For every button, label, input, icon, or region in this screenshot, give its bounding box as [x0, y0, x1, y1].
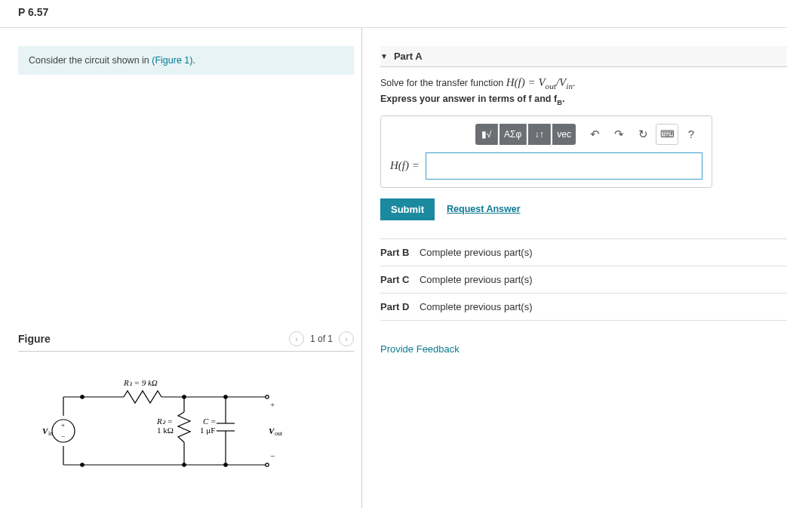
svg-text:−: − — [61, 432, 65, 440]
figure-nav: ‹ 1 of 1 › — [289, 331, 354, 346]
figure-counter: 1 of 1 — [310, 334, 333, 344]
answer-box: ▮√ ΑΣφ ↓↑ vec ↶ ↷ ↻ ⌨ ? H(f) = — [380, 115, 712, 188]
question-hint: Express your answer in terms of f and fB… — [380, 94, 787, 106]
svg-point-13 — [266, 463, 269, 466]
part-d-msg: Complete previous part(s) — [420, 301, 533, 312]
instructions-prefix: Consider the circuit shown in — [29, 55, 152, 66]
instructions-box: Consider the circuit shown in (Figure 1)… — [18, 46, 354, 75]
svg-text:1 μF: 1 μF — [200, 426, 215, 435]
svg-text:−: − — [270, 451, 275, 460]
figure-next-button[interactable]: › — [339, 331, 354, 346]
svg-text:+: + — [61, 421, 65, 429]
svg-text:in: in — [48, 430, 53, 437]
svg-point-6 — [81, 395, 84, 398]
keyboard-icon[interactable]: ⌨ — [656, 124, 678, 145]
undo-icon[interactable]: ↶ — [583, 124, 606, 145]
part-b-row: Part B Complete previous part(s) — [380, 238, 787, 266]
subscript-button[interactable]: ↓↑ — [528, 124, 551, 145]
svg-text:C =: C = — [203, 417, 217, 426]
question-text: Solve for the transfer function H(f) = V… — [380, 76, 787, 91]
circuit-diagram: R₁ = 9 kΩ R₂ = 1 kΩ C = 1 μF Vin Vout + … — [18, 374, 354, 490]
redo-icon[interactable]: ↷ — [607, 124, 630, 145]
part-a-header[interactable]: ▼ Part A — [380, 46, 787, 67]
part-d-label: Part D — [380, 301, 409, 312]
part-a-label: Part A — [394, 51, 423, 62]
answer-input[interactable] — [426, 152, 702, 180]
problem-id: P 6.57 — [0, 0, 787, 28]
answer-lhs: H(f) = — [390, 159, 420, 172]
svg-text:R₁ = 9 kΩ: R₁ = 9 kΩ — [123, 378, 158, 387]
left-column: Consider the circuit shown in (Figure 1)… — [0, 28, 362, 508]
part-b-label: Part B — [380, 247, 409, 258]
figure-link[interactable]: (Figure 1) — [152, 55, 192, 66]
figure-prev-button[interactable]: ‹ — [289, 331, 304, 346]
part-c-label: Part C — [380, 274, 409, 285]
templates-button[interactable]: ▮√ — [475, 124, 498, 145]
greek-button[interactable]: ΑΣφ — [500, 124, 527, 145]
help-icon[interactable]: ? — [680, 124, 702, 145]
part-c-msg: Complete previous part(s) — [420, 274, 533, 285]
svg-point-7 — [81, 463, 84, 466]
right-column: ▼ Part A Solve for the transfer function… — [362, 28, 787, 508]
submit-button[interactable]: Submit — [380, 198, 435, 220]
svg-text:1 kΩ: 1 kΩ — [157, 426, 174, 435]
instructions-suffix: . — [192, 55, 195, 66]
vec-button[interactable]: vec — [552, 124, 576, 145]
equation-toolbar: ▮√ ΑΣφ ↓↑ vec ↶ ↷ ↻ ⌨ ? — [390, 124, 702, 145]
part-c-row: Part C Complete previous part(s) — [380, 266, 787, 294]
collapse-icon: ▼ — [380, 52, 388, 60]
svg-text:R₂ =: R₂ = — [156, 417, 173, 426]
svg-point-12 — [266, 395, 269, 398]
part-d-row: Part D Complete previous part(s) — [380, 294, 787, 321]
svg-text:+: + — [270, 400, 275, 409]
request-answer-link[interactable]: Request Answer — [447, 204, 520, 214]
part-b-msg: Complete previous part(s) — [420, 247, 533, 258]
reset-icon[interactable]: ↻ — [632, 124, 654, 145]
svg-text:out: out — [275, 430, 283, 437]
provide-feedback-link[interactable]: Provide Feedback — [380, 343, 787, 355]
figure-title: Figure — [18, 333, 51, 345]
